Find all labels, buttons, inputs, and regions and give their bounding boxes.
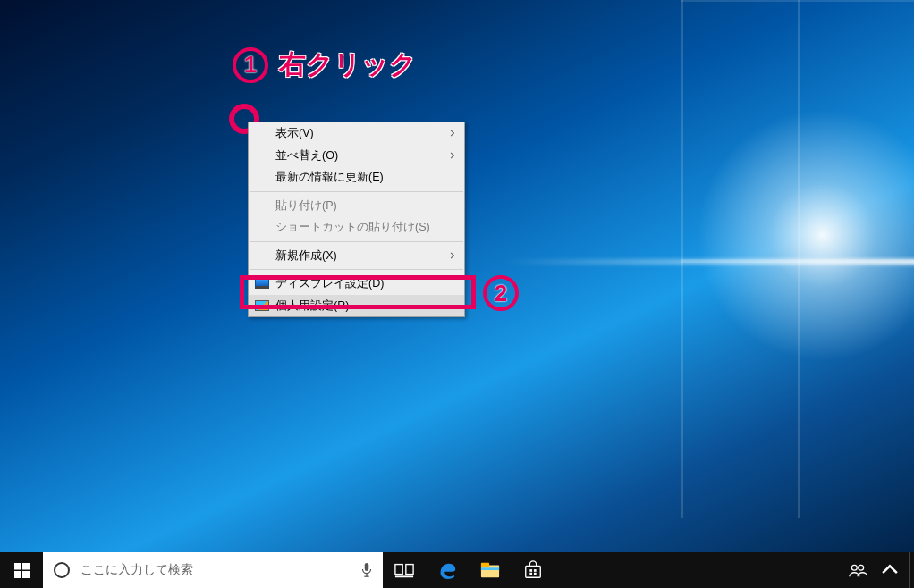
svg-rect-17 [534, 573, 537, 575]
wallpaper-light-flare [503, 259, 914, 265]
monitor-icon [255, 278, 269, 289]
ctx-separator [250, 269, 463, 270]
ctx-item-label: 個人用設定(R) [275, 299, 349, 312]
ctx-item-label: 新規作成(X) [275, 249, 337, 262]
ctx-item-label: 貼り付け(P) [275, 199, 337, 212]
ctx-item-paste-shortcut: ショートカットの貼り付け(S) [249, 216, 464, 239]
annotation-step-1: 1 右クリック [233, 46, 417, 83]
ctx-item-personalize[interactable]: 個人用設定(R) [249, 295, 464, 317]
ctx-item-label: ショートカットの貼り付け(S) [275, 221, 430, 233]
taskbar-search-box[interactable]: ここに入力して検索 [43, 552, 383, 588]
svg-rect-15 [534, 569, 537, 572]
search-placeholder: ここに入力して検索 [80, 562, 351, 578]
svg-rect-1 [22, 563, 30, 570]
file-explorer-icon [480, 560, 500, 580]
svg-rect-10 [481, 566, 499, 578]
svg-rect-13 [526, 566, 541, 577]
annotation-number-2-icon: 2 [483, 275, 519, 311]
taskbar-app-store[interactable] [512, 552, 554, 588]
ctx-item-label: 表示(V) [275, 127, 314, 139]
svg-rect-4 [365, 563, 369, 571]
tray-overflow-button[interactable] [875, 552, 905, 588]
ctx-item-label: 最新の情報に更新(E) [275, 171, 384, 183]
cortana-icon [43, 562, 80, 578]
wallpaper-pane-overlay [681, 0, 914, 518]
edge-icon [437, 560, 457, 580]
ctx-separator [250, 191, 463, 192]
ctx-item-paste: 貼り付け(P) [249, 195, 464, 217]
ctx-item-label: ディスプレイ設定(D) [275, 277, 384, 290]
annotation-step-1-label: 右クリック [279, 46, 417, 83]
ctx-item-refresh[interactable]: 最新の情報に更新(E) [249, 166, 464, 189]
show-desktop-button[interactable] [909, 552, 914, 588]
chevron-right-icon [448, 252, 454, 258]
annotation-step-2: 2 [483, 275, 519, 311]
taskbar-app-edge[interactable] [426, 552, 469, 588]
svg-rect-3 [22, 571, 30, 578]
desktop-context-menu: 表示(V) 並べ替え(O) 最新の情報に更新(E) 貼り付け(P) ショートカッ… [248, 122, 465, 317]
svg-rect-0 [14, 563, 21, 570]
task-view-icon [394, 560, 414, 580]
svg-point-19 [859, 565, 864, 570]
svg-point-18 [851, 565, 857, 570]
start-button[interactable] [0, 552, 43, 588]
svg-rect-8 [406, 565, 413, 575]
svg-rect-16 [529, 573, 532, 575]
store-icon [523, 560, 543, 580]
svg-rect-2 [14, 571, 21, 578]
svg-rect-14 [529, 569, 532, 572]
ctx-separator [250, 241, 463, 242]
microphone-icon[interactable] [351, 562, 383, 578]
chevron-right-icon [448, 152, 454, 158]
annotation-number-1-icon: 1 [233, 47, 268, 83]
chevron-right-icon [448, 130, 454, 137]
taskbar-app-explorer[interactable] [469, 552, 512, 588]
ctx-item-label: 並べ替え(O) [275, 149, 338, 162]
personalize-icon [255, 300, 269, 311]
taskbar-tray [842, 552, 909, 588]
task-view-button[interactable] [383, 552, 426, 588]
people-icon [848, 560, 867, 580]
svg-rect-12 [481, 567, 499, 570]
ctx-item-sort[interactable]: 並べ替え(O) [249, 145, 464, 167]
svg-rect-11 [481, 563, 489, 567]
taskbar: ここに入力して検索 [0, 552, 914, 588]
ctx-item-new[interactable]: 新規作成(X) [249, 245, 464, 267]
ctx-item-view[interactable]: 表示(V) [249, 122, 464, 145]
chevron-up-icon [880, 560, 900, 580]
desktop-wallpaper[interactable]: 1 右クリック 表示(V) 並べ替え(O) 最新の情報に更新(E) 貼り付け(P… [0, 0, 914, 588]
ctx-item-display-settings[interactable]: ディスプレイ設定(D) [249, 273, 464, 295]
svg-rect-7 [395, 565, 402, 575]
tray-people-button[interactable] [842, 552, 873, 588]
svg-rect-9 [395, 575, 413, 577]
windows-logo-icon [14, 563, 30, 578]
